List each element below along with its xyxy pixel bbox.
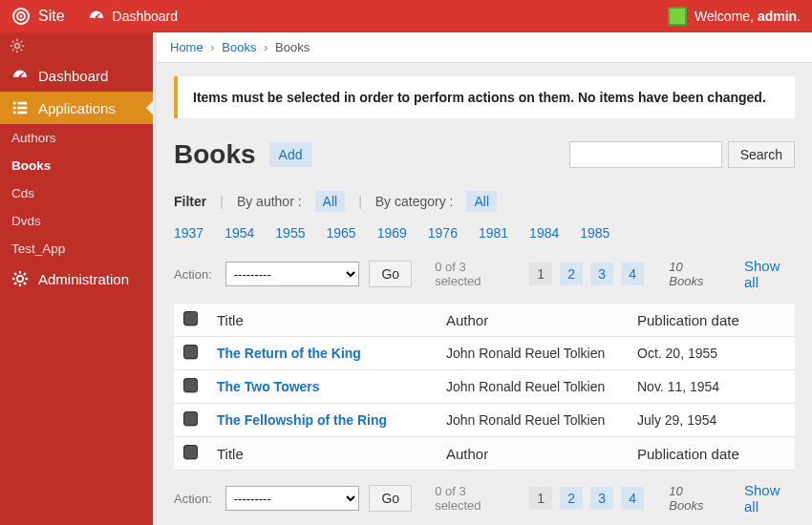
- page-1: 1: [529, 262, 552, 285]
- row-checkbox[interactable]: [183, 378, 198, 392]
- svg-point-2: [20, 15, 23, 18]
- book-pubdate: Oct. 20, 1955: [628, 337, 795, 370]
- book-title-link[interactable]: The Two Towers: [217, 379, 320, 394]
- table-row: The Return of the KingJohn Ronald Reuel …: [174, 337, 795, 370]
- page-4[interactable]: 4: [621, 262, 644, 285]
- sidebar-item-authors[interactable]: Authors: [0, 124, 153, 152]
- go-button[interactable]: Go: [369, 485, 412, 512]
- welcome-block[interactable]: Welcome, admin.: [668, 7, 801, 26]
- breadcrumb: Home › Books › Books: [157, 32, 812, 63]
- sidebar-item-dvds[interactable]: Dvds: [0, 207, 153, 235]
- col-author[interactable]: Author: [437, 304, 628, 337]
- topbar: Site Dashboard Welcome, admin.: [0, 0, 812, 32]
- year-filter-1955[interactable]: 1955: [275, 225, 305, 241]
- books-table: Title Author Publication date The Return…: [174, 304, 795, 471]
- page-3[interactable]: 3: [590, 262, 613, 285]
- svg-rect-17: [17, 102, 27, 105]
- svg-rect-21: [17, 112, 27, 115]
- filter-label: Filter: [174, 194, 206, 209]
- page-title: Books: [174, 139, 256, 170]
- gauge-icon: [11, 67, 29, 84]
- svg-line-11: [21, 50, 23, 52]
- col-title-foot[interactable]: Title: [207, 437, 437, 471]
- table-row: The Fellowship of the RingJohn Ronald Re…: [174, 404, 795, 437]
- page-4[interactable]: 4: [621, 487, 644, 510]
- site-name: Site: [38, 8, 65, 25]
- target-icon: [11, 7, 31, 26]
- go-button[interactable]: Go: [369, 261, 412, 287]
- book-title-link[interactable]: The Return of the King: [217, 346, 361, 361]
- sidebar-dashboard[interactable]: Dashboard: [0, 59, 153, 92]
- year-filter-1965[interactable]: 1965: [326, 225, 355, 241]
- sidebar-item-books[interactable]: Books: [0, 152, 153, 179]
- year-filter-row: 193719541955196519691976198119841985: [174, 225, 795, 241]
- sidebar-administration[interactable]: Administration: [0, 262, 153, 295]
- col-title[interactable]: Title: [207, 304, 437, 337]
- row-checkbox[interactable]: [183, 345, 198, 359]
- settings-button[interactable]: [0, 32, 153, 59]
- col-author-foot[interactable]: Author: [437, 437, 628, 471]
- filter-category-value[interactable]: All: [466, 191, 497, 212]
- selected-count: 0 of 3 selected: [435, 484, 510, 513]
- show-all-link[interactable]: Show all: [744, 482, 795, 514]
- table-header-row: Title Author Publication date: [174, 304, 795, 337]
- sidebar-item-test_app[interactable]: Test_App: [0, 235, 153, 262]
- row-checkbox[interactable]: [183, 411, 198, 426]
- show-all-link[interactable]: Show all: [744, 258, 795, 290]
- avatar: [668, 7, 687, 26]
- sidebar-administration-label: Administration: [38, 271, 129, 287]
- gear-icon: [10, 38, 143, 53]
- svg-rect-20: [13, 112, 16, 115]
- year-filter-1954[interactable]: 1954: [224, 225, 254, 241]
- cog-icon: [11, 270, 29, 287]
- action-select[interactable]: ---------: [225, 486, 360, 511]
- year-filter-1937[interactable]: 1937: [174, 225, 203, 241]
- breadcrumb-books[interactable]: Books: [222, 40, 256, 54]
- alert-message: Items must be selected in order to perfo…: [174, 76, 795, 118]
- topbar-dashboard-link[interactable]: Dashboard: [88, 8, 179, 25]
- svg-line-10: [12, 41, 14, 43]
- book-title-link[interactable]: The Fellowship of the Ring: [217, 412, 387, 428]
- col-pubdate[interactable]: Publication date: [628, 304, 795, 337]
- breadcrumb-current: Books: [275, 40, 310, 54]
- sidebar-applications-label: Applications: [38, 100, 116, 116]
- sidebar-item-cds[interactable]: Cds: [0, 179, 153, 207]
- year-filter-1976[interactable]: 1976: [428, 225, 458, 241]
- svg-rect-18: [13, 107, 16, 110]
- year-filter-1984[interactable]: 1984: [529, 225, 559, 241]
- year-filter-1981[interactable]: 1981: [479, 225, 508, 241]
- pager: 1234: [529, 487, 644, 510]
- select-all-checkbox[interactable]: [183, 311, 198, 326]
- svg-point-22: [17, 276, 23, 282]
- main: Home › Books › Books Items must be selec…: [153, 32, 812, 525]
- svg-line-12: [12, 50, 14, 52]
- page-2[interactable]: 2: [560, 487, 583, 510]
- welcome-text: Welcome, admin.: [694, 9, 801, 24]
- book-pubdate: Nov. 11, 1954: [628, 370, 795, 404]
- page-3[interactable]: 3: [590, 487, 613, 510]
- svg-line-29: [14, 283, 16, 284]
- col-pubdate-foot[interactable]: Publication date: [628, 437, 795, 471]
- filter-author-label: By author :: [237, 194, 302, 209]
- year-filter-1985[interactable]: 1985: [580, 225, 609, 241]
- search-input[interactable]: [569, 141, 722, 168]
- page-2[interactable]: 2: [560, 262, 583, 285]
- sidebar-applications[interactable]: Applications: [0, 92, 153, 124]
- filter-author-value[interactable]: All: [315, 191, 346, 212]
- brand[interactable]: Site: [11, 7, 65, 26]
- total-count: 10 Books: [669, 260, 717, 288]
- book-pubdate: July 29, 1954: [628, 404, 795, 437]
- action-select[interactable]: ---------: [225, 262, 360, 286]
- add-button[interactable]: Add: [269, 142, 312, 167]
- select-all-checkbox-bottom[interactable]: [183, 445, 198, 459]
- book-author: John Ronald Reuel Tolkien: [437, 337, 628, 370]
- search-button[interactable]: Search: [728, 141, 795, 168]
- sidebar-dashboard-label: Dashboard: [38, 68, 108, 84]
- action-label: Action:: [174, 492, 212, 506]
- total-count: 10 Books: [669, 484, 717, 513]
- page-1: 1: [529, 487, 552, 510]
- gauge-icon: [88, 8, 105, 25]
- svg-line-30: [24, 273, 26, 275]
- breadcrumb-home[interactable]: Home: [170, 40, 203, 54]
- year-filter-1969[interactable]: 1969: [377, 225, 407, 241]
